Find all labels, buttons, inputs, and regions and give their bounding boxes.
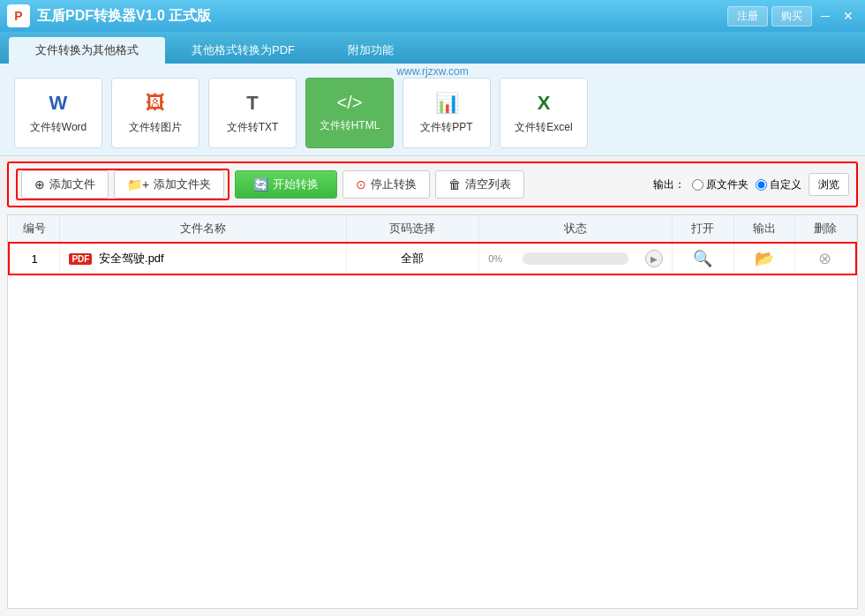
icon-excel[interactable]: X 文件转Excel xyxy=(500,78,588,148)
cell-delete: ⊗ xyxy=(794,243,856,274)
ppt-icon: 📊 xyxy=(435,92,459,115)
col-header-id: 编号 xyxy=(9,215,60,243)
icon-word[interactable]: W 文件转Word xyxy=(14,78,102,148)
watermark: www.rjzxw.com xyxy=(396,65,468,78)
stop-icon: ⊙ xyxy=(356,177,366,192)
icon-image-label: 文件转图片 xyxy=(129,120,182,135)
buy-button[interactable]: 购买 xyxy=(771,6,812,26)
html-icon: </> xyxy=(337,93,363,113)
clear-button[interactable]: 🗑 清空列表 xyxy=(435,170,524,199)
output-option-custom[interactable]: 自定义 xyxy=(756,177,801,192)
start-button[interactable]: 🔄 开始转换 xyxy=(235,170,337,199)
output-options: 原文件夹 自定义 xyxy=(692,177,801,192)
col-header-open: 打开 xyxy=(673,215,733,243)
register-button[interactable]: 注册 xyxy=(727,6,768,26)
tab-convert-from-pdf[interactable]: 文件转换为其他格式 xyxy=(9,37,165,64)
stop-button[interactable]: ⊙ 停止转换 xyxy=(342,170,430,199)
cell-open: 🔍 xyxy=(673,243,733,274)
image-icon: 🖼 xyxy=(146,92,165,115)
play-button[interactable]: ▶ xyxy=(645,250,663,267)
delete-action[interactable]: ⊗ xyxy=(804,249,846,268)
cell-id: 1 xyxy=(9,243,60,274)
txt-icon: T xyxy=(246,92,258,115)
logo-text: P xyxy=(14,9,22,23)
output-option2-label: 自定义 xyxy=(770,177,801,192)
col-header-page: 页码选择 xyxy=(346,215,479,243)
icon-excel-label: 文件转Excel xyxy=(515,120,572,135)
output-option1-label: 原文件夹 xyxy=(706,177,748,192)
icon-txt[interactable]: T 文件转TXT xyxy=(208,78,297,148)
radio-custom[interactable] xyxy=(756,179,767,191)
table-row: 1 PDF 安全驾驶.pdf 全部 0% xyxy=(9,243,856,274)
add-folder-icon: 📁+ xyxy=(127,177,149,192)
progress-label: 0% xyxy=(488,253,502,264)
content-area: 编号 文件名称 页码选择 状态 打开 输出 删除 1 PDF 安全驾驶 xyxy=(0,207,865,616)
icon-ppt[interactable]: 📊 文件转PPT xyxy=(402,78,491,148)
title-bar: P 互盾PDF转换器V1.0 正式版 注册 购买 ─ ✕ xyxy=(0,0,865,32)
icon-ppt-label: 文件转PPT xyxy=(420,120,472,135)
start-icon: 🔄 xyxy=(253,177,268,192)
table-wrapper: 编号 文件名称 页码选择 状态 打开 输出 删除 1 PDF 安全驾驶 xyxy=(7,214,858,609)
app-title: 互盾PDF转换器V1.0 正式版 xyxy=(37,7,211,26)
icon-html-label: 文件转HTML xyxy=(320,118,380,133)
tab-bar: 文件转换为其他格式 其他格式转换为PDF 附加功能 xyxy=(0,32,865,64)
col-header-status: 状态 xyxy=(479,215,673,243)
clear-icon: 🗑 xyxy=(448,177,461,192)
col-header-output: 输出 xyxy=(733,215,794,243)
output-area: 输出： 原文件夹 自定义 浏览 xyxy=(653,173,849,196)
file-action-group: ⊕ 添加文件 📁+ 添加文件夹 xyxy=(16,169,229,200)
main-container: www.rjzxw.com W 文件转Word 🖼 文件转图片 T 文件转TXT… xyxy=(0,64,865,616)
output-label: 输出： xyxy=(653,177,685,192)
output-option-original[interactable]: 原文件夹 xyxy=(692,177,748,192)
add-file-icon: ⊕ xyxy=(34,177,45,192)
file-name: 安全驾驶.pdf xyxy=(99,252,164,265)
add-file-button[interactable]: ⊕ 添加文件 xyxy=(21,170,109,199)
cell-status: 0% ▶ xyxy=(479,243,673,274)
action-bar: ⊕ 添加文件 📁+ 添加文件夹 🔄 开始转换 ⊙ 停止转换 🗑 清空列表 输出： xyxy=(7,162,858,207)
pdf-badge: PDF xyxy=(69,253,92,265)
cell-page: 全部 xyxy=(346,243,479,274)
minimize-button[interactable]: ─ xyxy=(816,6,835,26)
icon-word-label: 文件转Word xyxy=(30,120,86,135)
title-bar-left: P 互盾PDF转换器V1.0 正式版 xyxy=(7,4,211,27)
icon-bar: www.rjzxw.com W 文件转Word 🖼 文件转图片 T 文件转TXT… xyxy=(0,64,865,156)
file-table: 编号 文件名称 页码选择 状态 打开 输出 删除 1 PDF 安全驾驶 xyxy=(8,215,857,275)
title-bar-right: 注册 购买 ─ ✕ xyxy=(727,6,858,26)
icon-html[interactable]: </> 文件转HTML xyxy=(305,78,394,148)
browse-button[interactable]: 浏览 xyxy=(809,173,849,196)
open-action[interactable]: 🔍 xyxy=(681,249,724,268)
tab-convert-to-pdf[interactable]: 其他格式转换为PDF xyxy=(165,37,321,64)
cell-output: 📂 xyxy=(733,243,794,274)
col-header-name: 文件名称 xyxy=(60,215,346,243)
radio-original[interactable] xyxy=(692,179,703,191)
table-header-row: 编号 文件名称 页码选择 状态 打开 输出 删除 xyxy=(9,215,856,243)
icon-txt-label: 文件转TXT xyxy=(227,120,279,135)
icon-list: W 文件转Word 🖼 文件转图片 T 文件转TXT </> 文件转HTML 📊… xyxy=(14,78,851,148)
add-folder-button[interactable]: 📁+ 添加文件夹 xyxy=(114,170,224,199)
tab-extra-features[interactable]: 附加功能 xyxy=(321,37,420,64)
close-button[interactable]: ✕ xyxy=(839,6,858,26)
progress-bar xyxy=(523,252,628,265)
output-action[interactable]: 📂 xyxy=(743,249,786,268)
icon-image[interactable]: 🖼 文件转图片 xyxy=(111,78,199,148)
app-logo: P xyxy=(7,4,30,27)
word-icon: W xyxy=(49,92,68,115)
col-header-delete: 删除 xyxy=(794,215,856,243)
excel-icon: X xyxy=(538,92,551,115)
progress-cell: 0% ▶ xyxy=(488,250,663,267)
cell-name: PDF 安全驾驶.pdf xyxy=(60,243,346,274)
